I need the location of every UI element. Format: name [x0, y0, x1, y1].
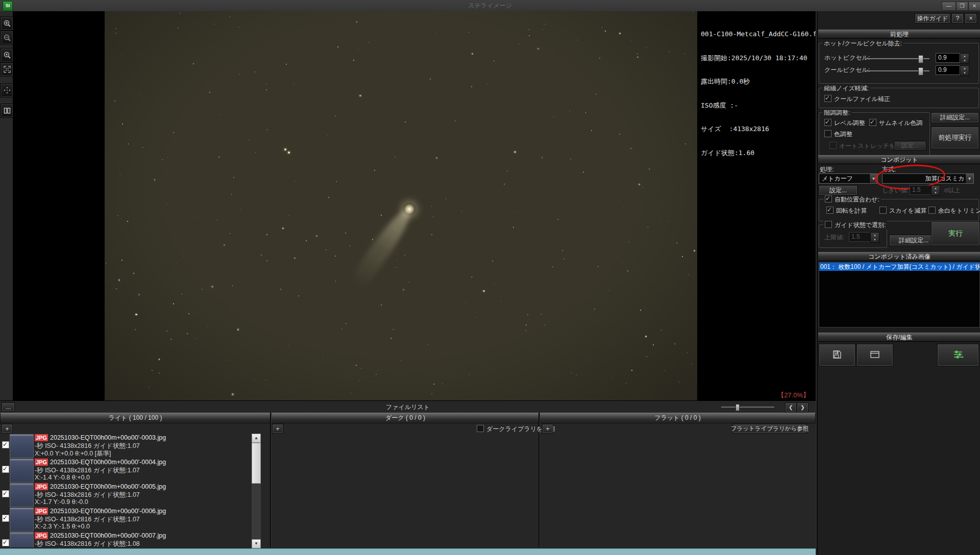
threshold-suffix: σ以上 [944, 186, 960, 195]
restore-button[interactable]: ❐ [956, 2, 968, 11]
file-list-item[interactable]: JPG 20251030-EQT00h00m+00o00'-0003.jpg -… [0, 434, 251, 458]
file-list-item[interactable]: JPG 20251030-EQT00h00m+00o00'-0006.jpg -… [0, 507, 251, 532]
app-window: SI ステライメージ — ❐ ✕ 001 [0, 0, 980, 555]
light-list-scrollbar[interactable]: ▲ ▼ [252, 434, 261, 547]
scroll-up-icon[interactable]: ▲ [252, 434, 261, 443]
hot-pixel-slider[interactable] [866, 58, 929, 59]
file-name: 20251030-EQT00h00m+00o00'-0004.jpg [50, 459, 166, 466]
file-checkbox[interactable] [2, 539, 9, 546]
file-thumbnail[interactable] [10, 483, 34, 507]
file-checkbox[interactable] [2, 441, 9, 448]
auto-align-checkbox[interactable]: 自動位置合わせ: [823, 195, 881, 204]
zoom-out-button[interactable] [1, 31, 13, 45]
minimize-button[interactable]: — [942, 2, 956, 11]
limit-spinner[interactable]: ▲▼ [870, 232, 879, 243]
zoom-out-icon [3, 34, 11, 42]
file-checkbox[interactable] [2, 490, 9, 497]
save-button[interactable] [819, 344, 855, 366]
next-page-button[interactable]: ❯ [797, 402, 808, 412]
taskbar-strip [0, 548, 816, 555]
dark-column-header[interactable]: ダーク ( 0 / 0 ) [271, 413, 540, 423]
cool-pixel-spinner[interactable]: ▲▼ [960, 65, 969, 76]
info-filename: 001-C100-Metcalf_AddCC-G160.fts [701, 30, 816, 38]
add-dark-button[interactable]: + [272, 424, 283, 434]
cool-pixel-label: クールピクセル: [824, 66, 870, 74]
guide-filter-checkbox[interactable]: ガイド状態で選別: [823, 221, 887, 230]
file-thumbnail[interactable] [10, 459, 34, 483]
split-view-icon [3, 107, 11, 115]
flat-column-header[interactable]: フラット ( 0 / 0 ) [540, 413, 816, 423]
file-name: 20251030-EQT00h00m+00o00'-0003.jpg [50, 434, 166, 441]
flat-library-button[interactable]: フラットライブラリから参照 [733, 424, 806, 434]
coolfile-checkbox-box[interactable] [824, 95, 831, 102]
cool-pixel-slider[interactable] [866, 70, 929, 71]
image-viewer[interactable]: 001-C100-Metcalf_AddCC-G160.fts 撮影開始:202… [13, 11, 816, 400]
panel-close-button[interactable]: × [965, 13, 977, 23]
composite-settings-button[interactable]: 設定... [819, 185, 857, 195]
chevron-down-icon[interactable]: ▼ [965, 174, 973, 183]
open-window-button[interactable] [856, 344, 893, 366]
light-file-list: JPG 20251030-EQT00h00m+00o00'-0003.jpg -… [0, 434, 251, 547]
file-list-title: ファイルリスト [0, 403, 816, 412]
thumbnail-size-slider[interactable] [721, 407, 774, 408]
zoom-in-button[interactable] [1, 16, 13, 31]
zoom-actual-icon [3, 51, 11, 59]
jpg-badge: JPG [35, 483, 48, 490]
coolfile-checkbox[interactable]: クールファイル補正 [824, 95, 890, 104]
prev-page-button[interactable]: ❮ [785, 402, 797, 412]
hot-pixel-value[interactable]: 0.9 [936, 53, 960, 63]
scrollbar-thumb[interactable] [252, 443, 261, 484]
zoom-in-icon [3, 19, 11, 28]
file-info-line: -秒 ISO- 4138x2816 ガイド状態:1.08 [35, 540, 140, 547]
edit-adjust-button[interactable] [937, 344, 979, 366]
fit-window-button[interactable] [1, 62, 13, 77]
file-checkbox[interactable] [2, 466, 9, 473]
threshold-value[interactable]: 1.5 [910, 185, 932, 195]
tone-group: 階調調整: レベル調整 サムネイル色調 色調整 オートストレッチを使う 設定..… [819, 112, 930, 156]
center-position-button[interactable] [1, 83, 13, 97]
file-thumbnail[interactable] [10, 532, 34, 547]
file-offset-line: X:-2.3 Y:-1.5 θ:+0.0 [35, 523, 90, 530]
method-dropdown[interactable]: 加算(コスミカット) ▼ [882, 173, 974, 184]
scroll-down-icon[interactable]: ▼ [252, 539, 261, 548]
file-thumbnail[interactable] [10, 508, 34, 532]
composited-header: コンポジット済み画像 [818, 252, 980, 261]
hotcool-group: ホット/クールピクセル除去: ホットピクセル: 0.9 ▲▼ クールピクセル: … [819, 43, 979, 84]
add-flat-button[interactable]: + [542, 424, 553, 434]
process-dropdown[interactable]: メトカーフ▼ [819, 173, 878, 184]
thumbtone-checkbox[interactable]: サムネイル色調 [869, 119, 922, 128]
composite-run-button[interactable]: 実行 [931, 221, 980, 246]
viewer-toolbar [0, 11, 13, 400]
preprocess-run-button[interactable]: 前処理実行 [931, 127, 979, 149]
chevron-down-icon[interactable]: ▼ [869, 174, 877, 183]
split-view-button[interactable] [1, 104, 13, 118]
light-column-header[interactable]: ライト ( 100 / 100 ) [0, 413, 271, 423]
file-list-item[interactable]: JPG 20251030-EQT00h00m+00o00'-0007.jpg -… [0, 532, 251, 547]
autostretch-settings-button[interactable]: 設定... [894, 141, 926, 150]
color-adjust-checkbox[interactable]: 色調整 [824, 130, 852, 139]
add-light-button[interactable]: + [2, 424, 13, 434]
hotcool-group-label: ホット/クールピクセル除去: [822, 39, 903, 48]
limit-value[interactable]: 1.5 [849, 232, 871, 242]
guide-filter-group: ガイド状態で選別: 上限値: 1.5 ▲▼ [819, 224, 887, 248]
composited-image-item-selected[interactable]: 001： 枚数100 / メトカーフ加算(コスミカット) / ガイド状態1.60 [819, 263, 979, 271]
sky-subtract-checkbox[interactable]: スカイを減算 [879, 207, 926, 215]
hot-pixel-spinner[interactable]: ▲▼ [960, 53, 969, 64]
file-list-item[interactable]: JPG 20251030-EQT00h00m+00o00'-0004.jpg -… [0, 458, 251, 483]
method-label: 方式: [882, 165, 896, 174]
rotate-checkbox[interactable]: 回転を計算 [826, 207, 867, 215]
trim-checkbox[interactable]: 余白をトリミング [928, 207, 980, 215]
file-checkbox[interactable] [2, 515, 9, 522]
help-button[interactable]: ? [951, 13, 964, 23]
close-button[interactable]: ✕ [968, 2, 980, 11]
composited-image-list[interactable]: 001： 枚数100 / メトカーフ加算(コスミカット) / ガイド状態1.60 [819, 262, 980, 327]
operation-guide-button[interactable]: 操作ガイド [915, 13, 950, 23]
cool-pixel-value[interactable]: 0.9 [936, 65, 960, 75]
threshold-spinner[interactable]: ▲▼ [931, 185, 940, 196]
adjust-sliders-icon [952, 349, 964, 361]
preprocess-detail-button[interactable]: 詳細設定... [931, 112, 979, 123]
file-list-item[interactable]: JPG 20251030-EQT00h00m+00o00'-0005.jpg -… [0, 483, 251, 507]
file-thumbnail[interactable] [10, 434, 34, 458]
zoom-actual-button[interactable] [1, 48, 13, 62]
level-checkbox[interactable]: レベル調整 [824, 119, 865, 128]
